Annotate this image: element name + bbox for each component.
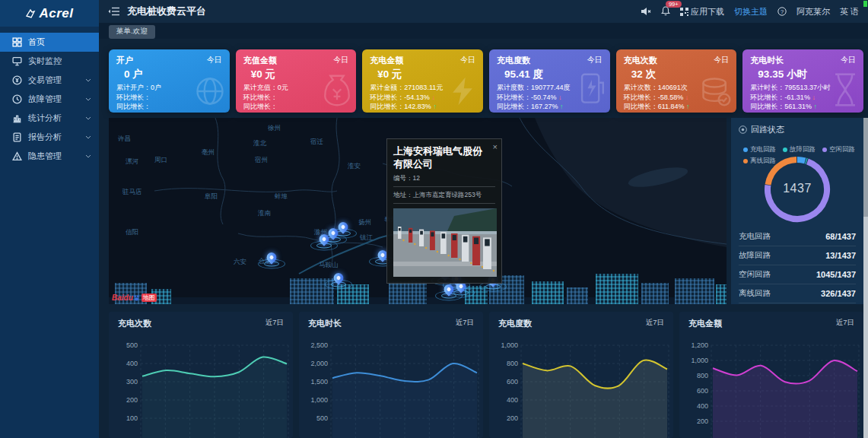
coins-icon — [698, 75, 733, 111]
map-skyline-building — [532, 281, 564, 304]
circuit-row-value: 326/1437 — [821, 289, 856, 298]
sidebar-item-label: 统计分析 — [28, 113, 62, 124]
svg-text:2,500: 2,500 — [310, 341, 328, 349]
map-city-label: 驻马店 — [122, 188, 142, 197]
header-actions: 99+ 应用下载 切换主题 ? 阿克莱尔 英 语 — [641, 6, 859, 17]
hourglass-icon — [830, 71, 860, 111]
card-today-label: 今日 — [333, 55, 348, 66]
map-skyline-building — [716, 284, 727, 304]
popup-close-icon[interactable]: × — [493, 142, 498, 151]
page-title: 充电桩收费云平台 — [127, 5, 206, 18]
card-today-label: 今日 — [460, 55, 475, 66]
sidebar-item-label: 实时监控 — [28, 56, 62, 67]
stat-card-2[interactable]: 充电金额今日¥0 元累计金额：271083.11元环比增长：-54.13% ↓同… — [362, 49, 483, 113]
sidebar-item-label: 交易管理 — [28, 75, 62, 86]
svg-text:200: 200 — [697, 417, 708, 425]
charger-icon — [577, 71, 607, 111]
circuit-row: 空闲回路1045/1437 — [739, 265, 856, 284]
map-city-label: 徐州 — [268, 124, 281, 133]
svg-text:200: 200 — [126, 396, 138, 404]
svg-text:200: 200 — [507, 414, 518, 422]
circuit-row-value: 13/1437 — [825, 251, 856, 260]
chart-range-selector[interactable]: 近7日 — [646, 318, 664, 329]
svg-text:600: 600 — [507, 378, 518, 386]
circuit-donut-chart: 1437 — [761, 153, 834, 226]
popup-station-name: 上海安科瑞电气股份有限公司 — [393, 144, 495, 170]
station-map[interactable]: 许昌漯河周口驻马店信阳亳州淮北徐州宿州宿迁淮安阜阳蚌埠淮南滁州扬州镇江泰州马鞍山… — [109, 118, 727, 304]
card-today-label: 今日 — [714, 55, 729, 66]
language-switch[interactable]: 英 语 — [840, 6, 859, 17]
sidebar-item-5[interactable]: 报告分析 — [0, 128, 99, 147]
notifications-bell[interactable]: 99+ — [661, 6, 670, 17]
card-today-label: 今日 — [587, 55, 603, 66]
sidebar-item-label: 首页 — [28, 36, 45, 48]
map-city-label: 周口 — [154, 156, 167, 165]
svg-text:1,000: 1,000 — [691, 357, 708, 364]
acrel-logo: Acrel — [0, 0, 99, 27]
sidebar-item-2[interactable]: 交易管理 — [0, 71, 99, 90]
card-title: 充电度数 — [497, 55, 530, 66]
circuit-panel-title-text: 回路状态 — [751, 124, 784, 135]
svg-text:1,200: 1,200 — [691, 341, 708, 349]
stat-card-1[interactable]: 充值金额今日¥0 元累计充值：0元环比增长：同比增长： — [236, 49, 357, 113]
mute-icon[interactable] — [641, 7, 651, 16]
bottom-charts-row: 充电次数近7日 500400300200100 充电时长近7日 2,5002,0… — [109, 312, 863, 438]
sidebar-item-3[interactable]: 故障管理 — [0, 90, 99, 109]
line-chart-charge-duration: 2,5002,0001,5001,000500 — [299, 332, 483, 438]
map-skyline-building — [675, 278, 714, 304]
circuit-row: 充电回路68/1437 — [739, 227, 856, 246]
sidebar-item-0[interactable]: 首页 — [0, 33, 99, 52]
acrel-logo-icon — [25, 8, 36, 19]
chart-range-selector[interactable]: 近7日 — [456, 318, 474, 329]
sidebar-item-6[interactable]: 隐患管理 — [0, 147, 99, 166]
chevron-down-icon — [85, 154, 91, 158]
circuit-row-value: 68/1437 — [825, 232, 856, 241]
collapse-menu-icon[interactable] — [108, 7, 119, 16]
map-city-label: 马鞍山 — [319, 261, 339, 270]
legend-dot — [743, 159, 748, 163]
svg-text:400: 400 — [507, 396, 518, 404]
chevron-down-icon — [85, 97, 91, 101]
circuit-status-panel: 回路状态 充电回路故障回路空闲回路离线回路 1437 充电回路68/1437故障… — [731, 118, 863, 304]
sidebar-item-4[interactable]: 统计分析 — [0, 109, 99, 128]
logo-text: Acrel — [39, 6, 73, 21]
line-chart-charge-amount: 1,2001,000800600400200 — [679, 332, 863, 438]
scrollbar-thumb[interactable] — [863, 118, 868, 217]
stat-card-4[interactable]: 充电次数今日32 次累计次数：140691次环比增长：-58.58% ↓同比增长… — [616, 49, 737, 113]
card-title: 开户 — [116, 55, 133, 66]
switch-theme-link[interactable]: 切换主题 — [734, 6, 768, 17]
sidebar-item-1[interactable]: 实时监控 — [0, 52, 99, 71]
map-city-label: 镇江 — [360, 233, 373, 243]
globe-icon — [193, 75, 227, 111]
stat-card-0[interactable]: 开户今日0 户累计开户：0户环比增长：同比增长： — [109, 49, 230, 113]
map-city-label: 阜阳 — [205, 192, 218, 202]
circuit-status-icon — [739, 125, 747, 134]
svg-text:500: 500 — [126, 341, 138, 349]
card-title: 充电时长 — [750, 55, 784, 66]
legend-dot — [743, 148, 748, 152]
notification-badge: 99+ — [666, 1, 682, 8]
stat-card-5[interactable]: 充电时长今日93.35 小时累计时长：795513.37小时环比增长：-61.3… — [742, 49, 863, 113]
card-title: 充电金额 — [370, 55, 403, 66]
chart-panel-charge-duration: 充电时长近7日 2,5002,0001,5001,000500 — [299, 312, 483, 438]
svg-text:?: ? — [781, 8, 784, 15]
circuit-row-label: 故障回路 — [739, 250, 771, 261]
monitor-icon — [12, 56, 22, 66]
station-photo — [393, 208, 497, 277]
chart-title: 充电金额 — [688, 318, 722, 329]
chart-range-selector[interactable]: 近7日 — [836, 318, 854, 329]
stat-card-3[interactable]: 充电度数今日95.41 度累计度数：190777.44度环比增长：-50.74%… — [489, 49, 610, 113]
tab-menu-welcome[interactable]: 菜单.欢迎 — [109, 25, 155, 39]
svg-text:600: 600 — [697, 387, 708, 395]
chevron-down-icon — [85, 116, 91, 120]
help-icon[interactable]: ? — [777, 7, 787, 16]
card-title: 充电次数 — [624, 55, 657, 66]
company-name[interactable]: 阿克莱尔 — [796, 6, 830, 17]
chart-range-selector[interactable]: 近7日 — [265, 318, 284, 329]
svg-text:100: 100 — [126, 414, 138, 422]
circuit-row-label: 充电回路 — [739, 231, 771, 242]
app-download-link[interactable]: 应用下载 — [680, 6, 724, 17]
chart-title: 充电度数 — [498, 318, 532, 329]
map-city-label: 六安 — [234, 258, 246, 267]
map-city-label: 淮安 — [348, 162, 361, 171]
